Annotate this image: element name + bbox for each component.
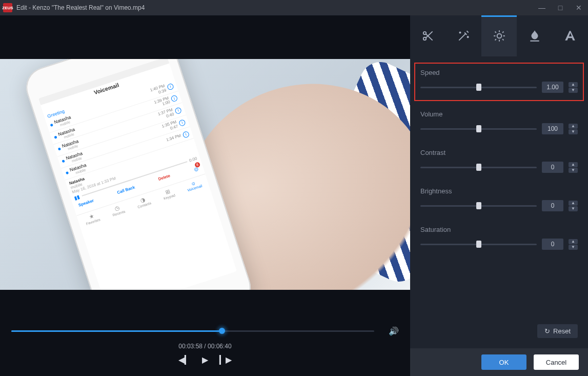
svg-point-1 <box>423 37 425 40</box>
brightness-value[interactable]: 0 <box>542 200 563 211</box>
prop-volume: Volume 100 ▲ ▼ <box>420 110 578 134</box>
volume-step-up[interactable]: ▲ <box>569 124 578 129</box>
titlebar: ZEUS Edit - Kenzo "The Realest Real" on … <box>0 0 588 15</box>
prop-speed: Speed 1.00 ▲ ▼ <box>414 63 584 101</box>
volume-slider[interactable] <box>420 128 537 130</box>
speed-label: Speed <box>420 69 578 76</box>
volume-step-down[interactable]: ▼ <box>569 129 578 134</box>
effects-icon <box>457 29 470 43</box>
video-preview: Voicemail Greeting Natashamobile1:40 PM0… <box>0 15 410 323</box>
volume-value[interactable]: 100 <box>542 123 563 134</box>
saturation-label: Saturation <box>420 226 578 233</box>
reset-icon: ↻ <box>544 327 550 335</box>
app-icon: ZEUS <box>3 3 12 12</box>
seek-track[interactable] <box>11 330 374 332</box>
maximize-button[interactable]: □ <box>551 0 570 15</box>
speed-slider[interactable] <box>420 87 537 88</box>
svg-rect-5 <box>530 41 539 42</box>
saturation-slider-thumb[interactable] <box>476 241 481 248</box>
adjust-icon <box>493 29 506 43</box>
volume-label: Volume <box>420 110 578 118</box>
ok-button[interactable]: OK <box>481 354 526 370</box>
brightness-label: Brightness <box>420 187 578 195</box>
minimize-button[interactable]: — <box>533 0 551 15</box>
preview-panel: Voicemail Greeting Natashamobile1:40 PM0… <box>0 15 410 376</box>
contrast-slider[interactable] <box>420 167 537 168</box>
volume-icon[interactable]: 🔊 <box>389 326 399 336</box>
reset-button[interactable]: ↻ Reset <box>537 324 578 338</box>
voicemail-badge-icon: ⌾ <box>193 165 199 174</box>
prop-contrast: Contrast 0 ▲ ▼ <box>420 149 578 173</box>
close-button[interactable]: ✕ <box>570 0 588 15</box>
speed-step-up[interactable]: ▲ <box>569 82 578 87</box>
prev-frame-button[interactable]: ◀▎ <box>178 355 191 365</box>
tab-text[interactable] <box>553 15 588 56</box>
brightness-slider-thumb[interactable] <box>476 202 481 209</box>
tab-effects[interactable] <box>445 15 481 56</box>
svg-point-2 <box>460 32 461 33</box>
volume-slider-thumb[interactable] <box>476 125 481 132</box>
speed-slider-thumb[interactable] <box>476 84 481 91</box>
delete-label: Delete <box>158 173 172 185</box>
watermark-icon <box>528 29 541 43</box>
timecode: 00:03:58 / 00:06:40 <box>11 343 399 350</box>
tab-watermark[interactable] <box>517 15 552 56</box>
properties-panel: Speed 1.00 ▲ ▼ Volume 100 ▲ ▼ Contrast 0 <box>410 15 588 376</box>
brightness-slider[interactable] <box>420 205 537 207</box>
speed-step-down[interactable]: ▼ <box>569 88 578 93</box>
speed-value[interactable]: 1.00 <box>542 82 563 93</box>
contrast-step-up[interactable]: ▲ <box>569 162 578 167</box>
contrast-step-down[interactable]: ▼ <box>569 168 578 173</box>
prop-brightness: Brightness 0 ▲ ▼ <box>420 187 578 211</box>
tab-adjust[interactable] <box>481 15 517 56</box>
cancel-button[interactable]: Cancel <box>534 354 579 370</box>
svg-point-3 <box>468 36 469 37</box>
window-title: Edit - Kenzo "The Realest Real" on Vimeo… <box>16 4 145 11</box>
contrast-label: Contrast <box>420 149 578 156</box>
contrast-slider-thumb[interactable] <box>476 164 481 171</box>
play-button[interactable]: ▶ <box>202 355 208 365</box>
brightness-step-down[interactable]: ▼ <box>569 206 578 211</box>
pause-icon: ▮▮ <box>73 194 81 201</box>
tab-cut[interactable] <box>410 15 445 56</box>
saturation-slider[interactable] <box>420 244 537 245</box>
saturation-step-up[interactable]: ▲ <box>569 239 578 244</box>
brightness-step-up[interactable]: ▲ <box>569 201 578 206</box>
saturation-value[interactable]: 0 <box>542 239 563 250</box>
saturation-step-down[interactable]: ▼ <box>569 245 578 250</box>
svg-point-0 <box>423 32 425 34</box>
prop-saturation: Saturation 0 ▲ ▼ <box>420 226 578 250</box>
svg-point-4 <box>497 34 501 38</box>
cut-icon <box>421 29 435 43</box>
seek-thumb[interactable] <box>219 328 225 334</box>
contrast-value[interactable]: 0 <box>542 162 563 173</box>
text-icon <box>563 29 577 43</box>
next-frame-button[interactable]: ▎▶ <box>219 355 232 365</box>
